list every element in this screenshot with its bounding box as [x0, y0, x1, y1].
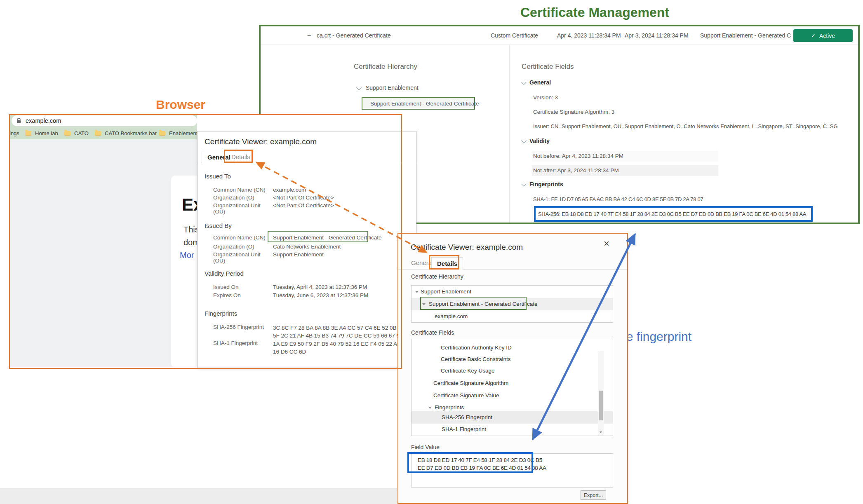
bookmark-cato[interactable]: CATO [74, 130, 89, 136]
certificate-management-title: Certificate Management [520, 5, 669, 20]
url-text: example.com [26, 117, 61, 124]
not-before-row: Not before: Apr 4, 2023 11:28:34 PM [532, 151, 718, 162]
validity-row: Expires OnTuesday, June 6, 2023 at 12:37… [213, 292, 368, 298]
fingerprints-heading: Fingerprints [205, 310, 237, 317]
certificate-type: Custom Certificate [491, 32, 538, 39]
row-separator [261, 45, 858, 45]
issued-by-heading: Issued By [205, 222, 232, 229]
issued-to-heading: Issued To [205, 173, 231, 180]
issued-to-row: Organizational Unit (OU)<Not Part Of Cer… [213, 202, 334, 215]
row-label: Common Name (CN) [213, 187, 273, 193]
certificate-name: ca.crt - Generated Certificate [317, 32, 391, 39]
bookmark-partial[interactable]: ings [9, 130, 19, 136]
tree-row-label[interactable]: Support Enablement [421, 288, 471, 295]
bookmark-home-lab[interactable]: Home lab [35, 130, 58, 136]
row-label: Common Name (CN) [213, 234, 273, 241]
triangle-down-icon[interactable] [415, 291, 419, 293]
field-item[interactable]: Certificate Basic Constraints [441, 356, 511, 362]
status-badge: ✓ Active [793, 29, 853, 42]
field-item-sha1[interactable]: SHA-1 Fingerprint [442, 426, 486, 432]
collapse-icon[interactable]: − [307, 32, 311, 40]
not-after-row: Not after: Apr 3, 2024 11:28:34 PM [532, 165, 718, 176]
page-link-partial[interactable]: Mor [180, 251, 194, 260]
field-item[interactable]: Certificate Key Usage [441, 368, 495, 374]
bookmark-enablement[interactable]: Enablement [169, 130, 198, 136]
certificate-viewer-general-dialog: Certificate Viewer: example.com General … [197, 131, 416, 368]
url-bar[interactable]: example.com [12, 115, 197, 126]
triangle-down-icon[interactable] [428, 407, 432, 409]
hierarchy-heading: Certificate Hierarchy [411, 273, 463, 280]
row-value: Tuesday, April 4, 2023 at 12:37:36 PM [273, 284, 367, 290]
dialog-title: Certificate Viewer: example.com [205, 137, 317, 146]
field-item[interactable]: Certificate Signature Algorithm [433, 380, 508, 386]
chevron-down-icon[interactable] [356, 85, 362, 90]
not-before-value: Not before: Apr 4, 2023 11:28:34 PM [533, 153, 623, 159]
certificate-row[interactable]: − ca.crt - Generated Certificate Custom … [261, 26, 858, 45]
scroll-down-icon[interactable] [600, 431, 602, 433]
field-item[interactable]: Certificate Signature Value [433, 392, 499, 399]
folder-icon [64, 131, 71, 136]
issued-by-row: Organizational Unit (OU)Support Enableme… [213, 251, 324, 264]
folder-icon [95, 131, 101, 136]
details-tab-annotation-box [429, 255, 459, 270]
screenshot-canvas: Certificate Management Browser − ca.crt … [0, 0, 863, 504]
bottom-strip [0, 488, 397, 504]
bookmark-cato-bookmarks-bar[interactable]: CATO Bookmarks bar [105, 130, 157, 136]
details-tab-annotation-box [224, 150, 253, 163]
page-content-area: Ex This dom Mor [9, 139, 197, 367]
close-icon[interactable]: × [604, 238, 609, 249]
field-issuer: Issuer: CN=Support Enablement, OU=Suppor… [533, 123, 838, 129]
chevron-down-icon[interactable] [521, 181, 527, 187]
scrollbar-thumb[interactable] [599, 391, 603, 420]
valid-to: Apr 3, 2024 11:28:34 PM [625, 32, 689, 39]
fields-heading: Certificate Fields [522, 63, 574, 71]
field-item[interactable]: Certification Authority Key ID [441, 345, 512, 351]
not-after-value: Not after: Apr 3, 2024 11:28:34 PM [533, 167, 619, 173]
chevron-down-icon[interactable] [521, 80, 527, 85]
issued-to-row: Organization (O)<Not Part Of Certificate… [213, 195, 334, 201]
field-version: Version: 3 [533, 94, 558, 101]
column-separator [509, 45, 510, 223]
validity-heading: Validity Period [205, 270, 244, 277]
row-value: <Not Part Of Certificate> [273, 202, 334, 209]
hierarchy-tree-box: Support Enablement Support Enablement - … [411, 285, 613, 323]
certificate-fields-list: Certification Authority Key ID Certifica… [411, 339, 613, 436]
tree-row-annotation-box [420, 297, 527, 310]
field-signature-algorithm: Certificate Signature Algorithm: 3 [533, 109, 614, 115]
field-item-fingerprints[interactable]: Fingerprints [435, 404, 464, 410]
row-value: Cato Networks Enablement [273, 244, 341, 250]
row-label: Issued On [213, 284, 273, 290]
fingerprint-line: 16 D6 CC 6D [273, 348, 400, 356]
sha256-highlight-box: SHA-256: EB 18 D8 ED 17 40 7F E4 58 1F 2… [534, 206, 813, 222]
row-value: example.com [273, 187, 306, 193]
section-fingerprints: Fingerprints [529, 181, 563, 188]
section-validity: Validity [529, 138, 550, 144]
issued-by-row: Organization (O)Cato Networks Enablement [213, 244, 341, 250]
bookmarks-bar: ings Home lab CATO CATO Bookmarks bar En… [9, 127, 197, 139]
folder-icon [159, 131, 165, 136]
issued-by: Support Enablement - Generated Cer [700, 32, 791, 39]
sha256-fingerprint: SHA-256: EB 18 D8 ED 17 40 7F E4 58 1F 2… [538, 211, 806, 217]
scrollbar-track[interactable] [598, 351, 604, 436]
url-toolbar: example.com [9, 114, 197, 127]
lock-icon [16, 118, 21, 124]
fields-heading: Certificate Fields [411, 329, 454, 336]
fingerprint-line: 1A E9 E9 50 F9 2F B5 40 79 52 16 EC F4 0… [273, 340, 400, 348]
tree-row-root[interactable]: Support Enablement [412, 286, 613, 298]
row-value: Support Enablement [273, 251, 324, 258]
tree-item-child-highlight[interactable]: Support Enablement - Generated Certifica… [362, 97, 475, 110]
field-value-annotation-box [407, 452, 533, 473]
row-label: SHA-1 Fingerprint [213, 340, 273, 346]
tree-row-leaf[interactable]: example.com [412, 310, 613, 323]
tree-item-child[interactable]: Support Enablement - Generated Certifica… [370, 101, 479, 107]
issuer-cn-annotation-box [268, 231, 368, 242]
folder-icon [25, 131, 31, 136]
sha256-fingerprint-row: SHA-256 Fingerprint3C 8C F7 28 BA 8A 8B … [213, 324, 406, 340]
field-item-sha256[interactable]: SHA-256 Fingerprint [442, 414, 492, 420]
tree-row-label[interactable]: example.com [435, 313, 468, 319]
chevron-down-icon[interactable] [521, 138, 527, 143]
tree-item-root[interactable]: Support Enablement [366, 84, 419, 91]
export-button[interactable]: Export... [581, 490, 606, 500]
valid-from: Apr 4, 2023 11:28:34 PM [557, 32, 621, 39]
sha1-fingerprint: SHA-1: FE 1D D7 05 A5 FA AC BB BA 42 C4 … [533, 196, 703, 202]
